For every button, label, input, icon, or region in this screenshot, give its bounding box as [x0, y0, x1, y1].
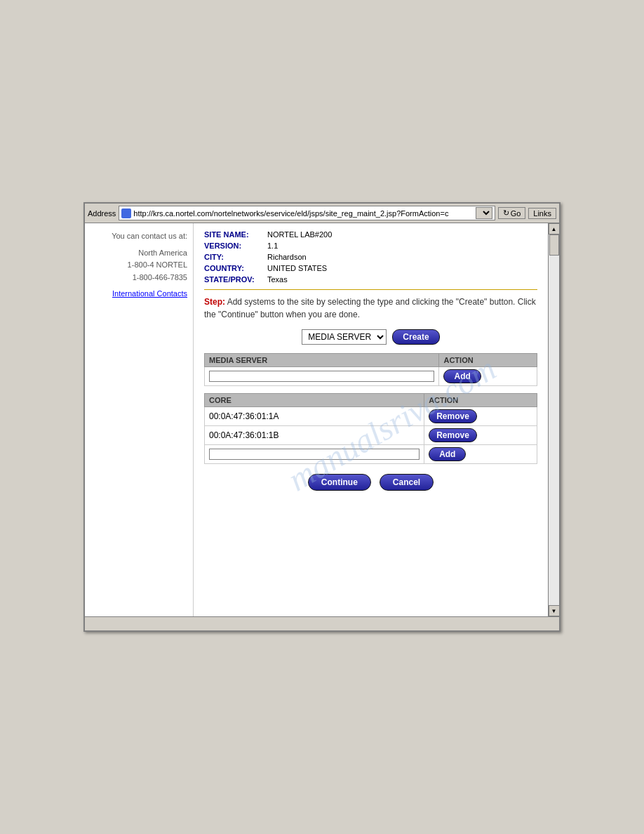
continue-button[interactable]: Continue — [308, 474, 371, 491]
create-row: MEDIA SERVER CORE Create — [204, 329, 537, 345]
country-row: COUNTRY: UNITED STATES — [204, 264, 537, 272]
media-server-action-header: ACTION — [439, 354, 537, 367]
core-row-2: 00:0A:47:36:01:1B Remove — [205, 426, 537, 445]
media-server-table: MEDIA SERVER ACTION Add — [204, 353, 537, 386]
core-col-header: CORE — [205, 394, 424, 407]
sidebar-phone2: 1-800-466-7835 — [90, 272, 187, 284]
city-label: CITY: — [204, 253, 267, 261]
address-label: Address — [88, 209, 116, 218]
scrollbar: ▲ ▼ — [548, 223, 559, 616]
media-server-action-cell: Add — [439, 367, 537, 386]
core-table: CORE ACTION 00:0A:47:36:01:1A Remove — [204, 393, 537, 464]
sidebar-region: North America — [90, 247, 187, 260]
core-remove-button-2[interactable]: Remove — [429, 428, 477, 442]
cancel-button[interactable]: Cancel — [380, 474, 434, 491]
browser-window: Address ↻ Go Links You can contact us at… — [83, 202, 561, 632]
address-input-wrap — [119, 206, 495, 220]
step-keyword: Step: — [204, 297, 225, 307]
version-label: VERSION: — [204, 241, 267, 250]
scroll-down-button[interactable]: ▼ — [549, 605, 560, 616]
browser-icon — [121, 208, 131, 218]
address-dropdown[interactable] — [476, 207, 492, 219]
core-add-action-cell: Add — [424, 445, 537, 464]
step-text-content: Add systems to the site by selecting the… — [204, 297, 536, 319]
version-value: 1.1 — [267, 241, 278, 250]
scroll-thumb[interactable] — [549, 234, 559, 256]
core-action-2: Remove — [424, 426, 537, 445]
international-contacts-link[interactable]: International Contacts — [112, 289, 187, 298]
core-mac-1: 00:0A:47:36:01:1A — [209, 411, 279, 421]
sidebar-phone1: 1-800-4 NORTEL — [90, 259, 187, 272]
core-value-2: 00:0A:47:36:01:1B — [205, 426, 424, 445]
sidebar-contact-text: You can contact us at: North America 1-8… — [90, 230, 187, 284]
bottom-buttons: Continue Cancel — [204, 474, 537, 505]
address-input[interactable] — [133, 209, 473, 218]
country-label: COUNTRY: — [204, 264, 267, 272]
core-add-button[interactable]: Add — [429, 447, 466, 461]
country-value: UNITED STATES — [267, 264, 327, 272]
site-name-value: NORTEL LAB#200 — [267, 230, 332, 239]
core-value-1: 00:0A:47:36:01:1A — [205, 407, 424, 426]
media-server-col-header: MEDIA SERVER — [205, 354, 439, 367]
address-bar: Address ↻ Go Links — [85, 204, 559, 223]
browser-content: You can contact us at: North America 1-8… — [85, 223, 559, 616]
core-input-cell — [205, 445, 424, 464]
state-row: STATE/PROV: Texas — [204, 275, 537, 284]
go-icon: ↻ — [503, 208, 509, 218]
scroll-up-button[interactable]: ▲ — [549, 223, 560, 234]
step-instructions: Step: Add systems to the site by selecti… — [204, 296, 537, 321]
sidebar: You can contact us at: North America 1-8… — [85, 223, 194, 616]
links-button[interactable]: Links — [528, 208, 556, 219]
city-row: CITY: Richardson — [204, 253, 537, 261]
state-value: Texas — [267, 275, 288, 284]
create-button[interactable]: Create — [392, 329, 439, 345]
core-row-add: Add — [205, 445, 537, 464]
go-button[interactable]: ↻ Go — [498, 207, 526, 219]
scroll-track — [549, 234, 559, 605]
media-server-input[interactable] — [209, 371, 434, 382]
core-add-input[interactable] — [209, 449, 420, 460]
state-label: STATE/PROV: — [204, 275, 267, 284]
divider — [204, 289, 537, 290]
status-bar — [85, 616, 559, 630]
media-server-input-cell — [205, 367, 439, 386]
core-row-1: 00:0A:47:36:01:1A Remove — [205, 407, 537, 426]
site-name-row: SITE NAME: NORTEL LAB#200 — [204, 230, 537, 239]
core-action-header: ACTION — [424, 394, 537, 407]
version-row: VERSION: 1.1 — [204, 241, 537, 250]
media-server-row: Add — [205, 367, 537, 386]
city-value: Richardson — [267, 253, 307, 261]
server-type-select[interactable]: MEDIA SERVER CORE — [302, 329, 387, 345]
core-action-1: Remove — [424, 407, 537, 426]
site-name-label: SITE NAME: — [204, 230, 267, 239]
core-mac-2: 00:0A:47:36:01:1B — [209, 430, 279, 440]
media-server-add-button[interactable]: Add — [443, 369, 481, 383]
core-remove-button-1[interactable]: Remove — [429, 409, 477, 423]
main-content: manualsriva.com SITE NAME: NORTEL LAB#20… — [194, 223, 548, 616]
